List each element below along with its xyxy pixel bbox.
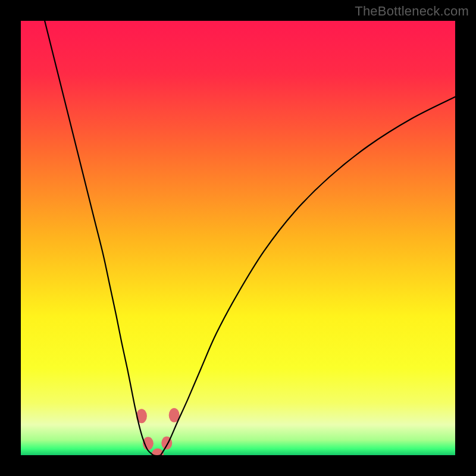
- chart-frame: TheBottleneck.com: [0, 0, 476, 476]
- plot-area: [21, 21, 455, 455]
- svg-rect-0: [21, 21, 455, 455]
- watermark-text: TheBottleneck.com: [355, 4, 469, 19]
- plot-background-gradient: [21, 21, 455, 455]
